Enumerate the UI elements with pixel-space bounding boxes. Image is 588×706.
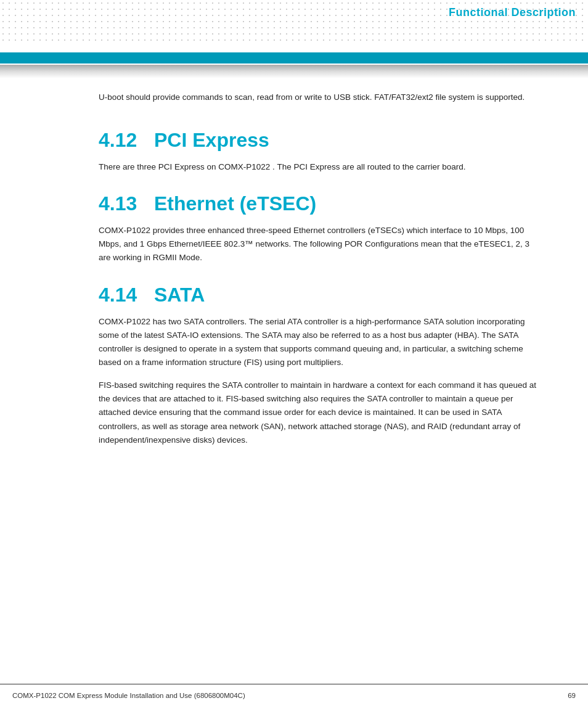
section-4-12-title: PCI Express (154, 129, 269, 152)
section-4-12-header: 4.12 PCI Express (99, 129, 539, 152)
section-4-13-header: 4.13 Ethernet (eTSEC) (99, 192, 539, 215)
main-content: U-boot should provide commands to scan, … (0, 78, 588, 503)
section-4-12: 4.12 PCI Express There are three PCI Exp… (99, 129, 539, 174)
header: Functional Description (0, 0, 588, 52)
section-4-12-para-0: There are three PCI Express on COMX-P102… (99, 160, 539, 174)
section-4-14-title: SATA (154, 284, 205, 306)
section-4-12-number: 4.12 (99, 129, 142, 152)
section-4-14-header: 4.14 SATA (99, 284, 539, 306)
section-4-14-body: COMX-P1022 has two SATA controllers. The… (99, 315, 539, 447)
intro-paragraph: U-boot should provide commands to scan, … (99, 91, 539, 104)
section-4-14-para-0: COMX-P1022 has two SATA controllers. The… (99, 315, 539, 370)
section-4-12-body: There are three PCI Express on COMX-P102… (99, 160, 539, 174)
section-4-13: 4.13 Ethernet (eTSEC) COMX-P1022 provide… (99, 192, 539, 265)
footer-left-text: COMX-P1022 COM Express Module Installati… (12, 692, 245, 699)
footer: COMX-P1022 COM Express Module Installati… (0, 684, 588, 706)
footer-page-number: 69 (568, 692, 576, 699)
section-4-14-para-1: FIS-based switching requires the SATA co… (99, 379, 539, 447)
section-4-14-number: 4.14 (99, 284, 142, 306)
section-4-14: 4.14 SATA COMX-P1022 has two SATA contro… (99, 284, 539, 447)
gray-band (0, 65, 588, 78)
section-4-13-para-0: COMX-P1022 provides three enhanced three… (99, 224, 539, 265)
page-title: Functional Description (449, 6, 576, 18)
section-4-13-title: Ethernet (eTSEC) (154, 192, 316, 215)
section-4-13-body: COMX-P1022 provides three enhanced three… (99, 224, 539, 265)
section-4-13-number: 4.13 (99, 192, 142, 215)
header-title-bar: Functional Description (424, 0, 588, 25)
blue-banner (0, 52, 588, 64)
